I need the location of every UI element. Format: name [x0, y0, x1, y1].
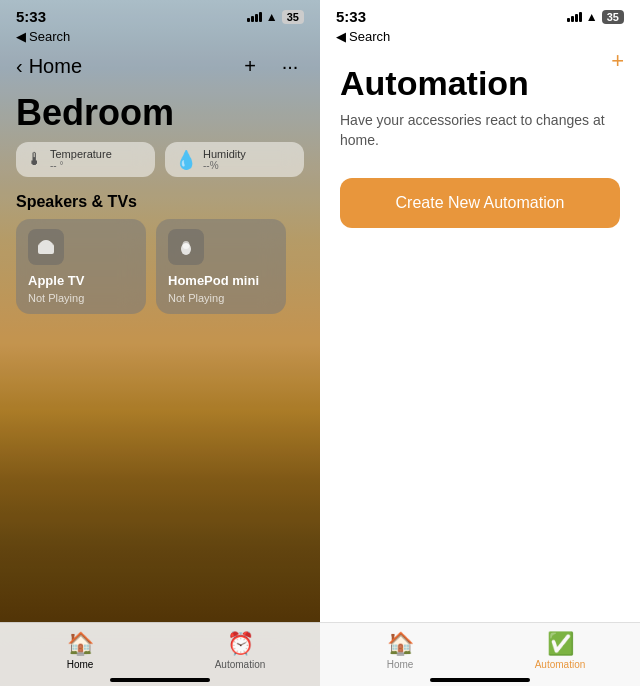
home-header: ‹ Home + ···	[0, 48, 320, 88]
automation-tab-icon-left: ⏰	[227, 631, 254, 657]
signal-icon-right	[567, 12, 582, 22]
wifi-icon-right: ▲	[586, 10, 598, 24]
home-back-arrow[interactable]: ‹	[16, 55, 23, 78]
automation-page-title: Automation	[340, 64, 620, 103]
automation-tab-label-right: Automation	[535, 659, 586, 670]
home-nav-title: Home	[29, 55, 82, 78]
svg-point-2	[183, 241, 190, 249]
apple-tv-status: Not Playing	[28, 292, 134, 304]
humidity-label: Humidity	[203, 148, 246, 160]
wifi-icon: ▲	[266, 10, 278, 24]
status-bar-right: 5:33 ▲ 35	[320, 0, 640, 27]
homepod-status: Not Playing	[168, 292, 274, 304]
homepod-card[interactable]: HomePod mini Not Playing	[156, 219, 286, 314]
back-label-right: Search	[349, 29, 390, 44]
tab-bar-right: 🏠 Home ✅ Automation	[320, 622, 640, 686]
device-row: Apple TV Not Playing HomePod mini Not Pl…	[0, 219, 320, 314]
right-panel: 5:33 ▲ 35 ◀ Search + Automation Have you…	[320, 0, 640, 686]
back-link-left[interactable]: ◀ Search	[0, 27, 320, 48]
homepod-icon	[168, 229, 204, 265]
status-time-left: 5:33	[16, 8, 46, 25]
temperature-value: -- °	[50, 160, 112, 171]
right-main: Automation Have your accessories react t…	[320, 48, 640, 622]
automation-tab-icon-right: ✅	[547, 631, 574, 657]
signal-icon	[247, 12, 262, 22]
humidity-icon: 💧	[175, 149, 197, 171]
back-arrow-right: ◀	[336, 29, 346, 44]
status-bar-left: 5:33 ▲ 35	[0, 0, 320, 27]
back-label-left: Search	[29, 29, 70, 44]
apple-tv-card[interactable]: Apple TV Not Playing	[16, 219, 146, 314]
home-tab-icon-right: 🏠	[387, 631, 414, 657]
tab-indicator-left	[110, 678, 210, 682]
more-button-left[interactable]: ···	[276, 52, 304, 80]
tab-indicator-right	[430, 678, 530, 682]
bedroom-title: Bedroom	[0, 88, 320, 142]
create-automation-button[interactable]: Create New Automation	[340, 178, 620, 228]
speakers-section-label: Speakers & TVs	[0, 189, 320, 219]
tab-home-right[interactable]: 🏠 Home	[320, 631, 480, 670]
home-tab-label-left: Home	[67, 659, 94, 670]
automation-subtitle: Have your accessories react to changes a…	[340, 111, 620, 150]
automation-tab-label-left: Automation	[215, 659, 266, 670]
tab-automation-right[interactable]: ✅ Automation	[480, 631, 640, 670]
tab-automation-left[interactable]: ⏰ Automation	[160, 631, 320, 670]
svg-rect-0	[38, 244, 54, 254]
temperature-card[interactable]: 🌡 Temperature -- °	[16, 142, 155, 177]
sensor-row: 🌡 Temperature -- ° 💧 Humidity --%	[0, 142, 320, 189]
home-title-row: ‹ Home	[16, 55, 82, 78]
home-tab-label-right: Home	[387, 659, 414, 670]
back-link-right[interactable]: ◀ Search	[320, 27, 640, 48]
battery-indicator-left: 35	[282, 10, 304, 24]
humidity-info: Humidity --%	[203, 148, 246, 171]
home-header-icons: + ···	[236, 52, 304, 80]
home-tab-icon-left: 🏠	[67, 631, 94, 657]
status-time-right: 5:33	[336, 8, 366, 25]
left-content: 5:33 ▲ 35 ◀ Search ‹ Home	[0, 0, 320, 686]
apple-tv-name: Apple TV	[28, 273, 134, 288]
status-icons-left: ▲ 35	[247, 10, 304, 24]
humidity-value: --%	[203, 160, 246, 171]
humidity-card[interactable]: 💧 Humidity --%	[165, 142, 304, 177]
tab-home-left[interactable]: 🏠 Home	[0, 631, 160, 670]
plus-button-right[interactable]: +	[611, 48, 624, 74]
temperature-icon: 🌡	[26, 149, 44, 170]
homepod-name: HomePod mini	[168, 273, 274, 288]
apple-tv-icon	[28, 229, 64, 265]
temperature-label: Temperature	[50, 148, 112, 160]
status-icons-right: ▲ 35	[567, 10, 624, 24]
left-panel: 5:33 ▲ 35 ◀ Search ‹ Home	[0, 0, 320, 686]
battery-indicator-right: 35	[602, 10, 624, 24]
add-button-left[interactable]: +	[236, 52, 264, 80]
back-arrow-left: ◀	[16, 29, 26, 44]
temperature-info: Temperature -- °	[50, 148, 112, 171]
tab-bar-left: 🏠 Home ⏰ Automation	[0, 622, 320, 686]
